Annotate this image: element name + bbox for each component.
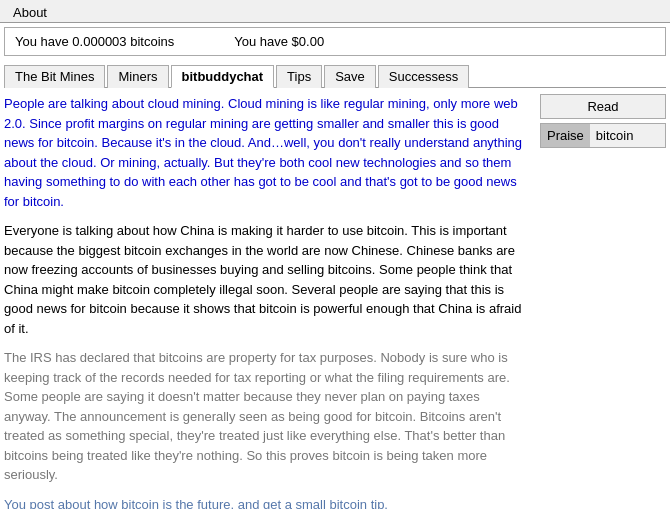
praise-value: bitcoin: [590, 124, 665, 147]
main-content: People are talking about cloud mining. C…: [4, 88, 666, 509]
read-button[interactable]: Read: [540, 94, 666, 119]
article-paragraph-3: The IRS has declared that bitcoins are p…: [4, 348, 526, 485]
balance-bar: You have 0.000003 bitcoins You have $0.0…: [4, 27, 666, 56]
content-left: People are talking about cloud mining. C…: [4, 94, 536, 509]
tab-miners[interactable]: Miners: [107, 65, 168, 88]
tabs-container: The Bit Mines Miners bitbuddychat Tips S…: [4, 60, 666, 88]
praise-button[interactable]: Praise: [541, 124, 590, 147]
article-paragraph-1: People are talking about cloud mining. C…: [4, 94, 526, 211]
tab-bit-mines[interactable]: The Bit Mines: [4, 65, 105, 88]
dollar-balance: You have $0.00: [234, 34, 324, 49]
article-paragraph-2: Everyone is talking about how China is m…: [4, 221, 526, 338]
menu-bar: About: [0, 0, 670, 23]
tab-save[interactable]: Save: [324, 65, 376, 88]
bitcoin-balance: You have 0.000003 bitcoins: [15, 34, 174, 49]
menu-item-about[interactable]: About: [4, 2, 56, 22]
content-right: Read Praise bitcoin: [536, 94, 666, 509]
tab-tips[interactable]: Tips: [276, 65, 322, 88]
tab-bitbuddychat[interactable]: bitbuddychat: [171, 65, 275, 88]
praise-bar: Praise bitcoin: [540, 123, 666, 148]
article-paragraph-4: You post about how bitcoin is the future…: [4, 495, 526, 510]
tab-successess[interactable]: Successess: [378, 65, 469, 88]
